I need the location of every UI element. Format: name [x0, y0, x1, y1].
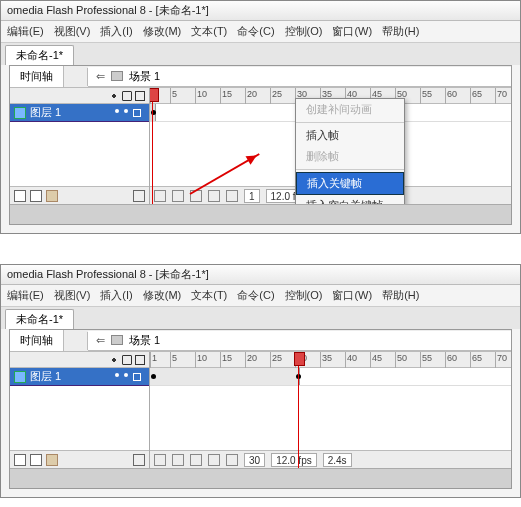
onion-skin-outline-icon[interactable]: [190, 454, 202, 466]
tab-blank[interactable]: [64, 332, 88, 350]
center-frame-icon[interactable]: [154, 454, 166, 466]
timeline-panel: 时间轴 ⇐ 场景 1 图层 1: [9, 65, 512, 225]
layer-blank-area: [10, 386, 149, 450]
tab-timeline[interactable]: 时间轴: [10, 66, 64, 87]
menu-edit[interactable]: 编辑(E): [7, 288, 44, 303]
menu-commands[interactable]: 命令(C): [237, 24, 274, 39]
menu-commands[interactable]: 命令(C): [237, 288, 274, 303]
menu-text[interactable]: 文本(T): [191, 24, 227, 39]
add-folder-icon[interactable]: [46, 190, 58, 202]
scene-label: 场景 1: [129, 69, 160, 84]
title-bar: omedia Flash Professional 8 - [未命名-1*]: [1, 265, 520, 285]
ruler-tick: 25: [270, 88, 282, 104]
frame-row[interactable]: [150, 368, 511, 386]
back-icon[interactable]: ⇐: [96, 70, 105, 83]
layer-header: [10, 88, 149, 104]
back-icon[interactable]: ⇐: [96, 334, 105, 347]
add-guide-layer-icon[interactable]: [30, 454, 42, 466]
menu-remove-frame[interactable]: 删除帧: [296, 146, 404, 167]
center-frame-icon[interactable]: [154, 190, 166, 202]
outline-icon[interactable]: [135, 355, 145, 365]
eye-icon[interactable]: [109, 355, 119, 365]
scene-label: 场景 1: [129, 333, 160, 348]
layer-lock-dot[interactable]: [124, 109, 128, 113]
menu-insert-frame[interactable]: 插入帧: [296, 125, 404, 146]
frame-span[interactable]: [150, 368, 300, 385]
menu-modify[interactable]: 修改(M): [143, 24, 182, 39]
ruler-tick: 5: [170, 352, 177, 368]
layer-visible-dot[interactable]: [115, 109, 119, 113]
layer-name: 图层 1: [30, 105, 61, 120]
menu-create-tween[interactable]: 创建补间动画: [296, 99, 404, 120]
menu-edit[interactable]: 编辑(E): [7, 24, 44, 39]
screenshot-2: omedia Flash Professional 8 - [未命名-1*] 编…: [0, 264, 521, 498]
modify-markers-icon[interactable]: [226, 454, 238, 466]
outline-icon[interactable]: [135, 91, 145, 101]
add-guide-layer-icon[interactable]: [30, 190, 42, 202]
fps-field[interactable]: 12.0 fps: [271, 453, 317, 467]
ruler-tick: 35: [320, 352, 332, 368]
timeline-status-bar: 30 12.0 fps 2.4s: [150, 450, 511, 468]
menu-control[interactable]: 控制(O): [285, 24, 323, 39]
tab-timeline[interactable]: 时间轴: [10, 330, 64, 351]
current-frame-field[interactable]: 30: [244, 453, 265, 467]
menu-view[interactable]: 视图(V): [54, 288, 91, 303]
layer-outline-box[interactable]: [133, 109, 141, 117]
elapsed-time-field: 2.4s: [323, 453, 352, 467]
menu-modify[interactable]: 修改(M): [143, 288, 182, 303]
layer-visible-dot[interactable]: [115, 373, 119, 377]
layer-outline-box[interactable]: [133, 373, 141, 381]
menu-help[interactable]: 帮助(H): [382, 288, 419, 303]
ruler-tick: 65: [470, 352, 482, 368]
layer-row[interactable]: 图层 1: [10, 368, 149, 386]
menu-help[interactable]: 帮助(H): [382, 24, 419, 39]
menu-insert[interactable]: 插入(I): [100, 24, 132, 39]
menu-control[interactable]: 控制(O): [285, 288, 323, 303]
current-frame-field[interactable]: 1: [244, 189, 260, 203]
playhead[interactable]: [152, 88, 153, 204]
ruler-tick: 65: [470, 88, 482, 104]
ruler-tick: 45: [370, 352, 382, 368]
frame-ruler[interactable]: 1 5 10 15 20 25 30 35 40 45 50 55 60 65 …: [150, 352, 511, 368]
edit-multiple-icon[interactable]: [208, 190, 220, 202]
panel-tabs: 时间轴 ⇐ 场景 1: [10, 66, 511, 88]
menu-insert[interactable]: 插入(I): [100, 288, 132, 303]
add-layer-icon[interactable]: [14, 190, 26, 202]
menu-insert-keyframe[interactable]: 插入关键帧: [296, 172, 404, 195]
layer-type-icon: [14, 371, 26, 383]
layer-blank-area: [10, 122, 149, 186]
layer-panel: 图层 1: [10, 88, 150, 204]
edit-multiple-icon[interactable]: [208, 454, 220, 466]
eye-icon[interactable]: [109, 91, 119, 101]
menu-text[interactable]: 文本(T): [191, 288, 227, 303]
modify-markers-icon[interactable]: [226, 190, 238, 202]
add-layer-icon[interactable]: [14, 454, 26, 466]
layer-row[interactable]: 图层 1: [10, 104, 149, 122]
lock-icon[interactable]: [122, 355, 132, 365]
menu-bar: 编辑(E) 视图(V) 插入(I) 修改(M) 文本(T) 命令(C) 控制(O…: [1, 285, 520, 307]
onion-skin-icon[interactable]: [172, 190, 184, 202]
trash-icon[interactable]: [133, 454, 145, 466]
menu-window[interactable]: 窗口(W): [332, 288, 372, 303]
playhead[interactable]: [298, 352, 299, 468]
ruler-tick: 20: [245, 352, 257, 368]
menu-insert-blank-keyframe[interactable]: 插入空白关键帧: [296, 195, 404, 204]
ruler-tick: 55: [420, 88, 432, 104]
layer-lock-dot[interactable]: [124, 373, 128, 377]
ruler-tick: 70: [495, 352, 507, 368]
menu-bar: 编辑(E) 视图(V) 插入(I) 修改(M) 文本(T) 命令(C) 控制(O…: [1, 21, 520, 43]
add-folder-icon[interactable]: [46, 454, 58, 466]
lock-icon[interactable]: [122, 91, 132, 101]
stage-gray-area: [10, 468, 511, 488]
tab-blank[interactable]: [64, 68, 88, 86]
menu-view[interactable]: 视图(V): [54, 24, 91, 39]
keyframe-icon: [151, 374, 156, 379]
trash-icon[interactable]: [133, 190, 145, 202]
menu-window[interactable]: 窗口(W): [332, 24, 372, 39]
onion-skin-icon[interactable]: [172, 454, 184, 466]
document-tab[interactable]: 未命名-1*: [5, 45, 74, 65]
stage-gray-area: [10, 204, 511, 224]
document-tab-strip: 未命名-1*: [1, 307, 520, 329]
document-tab[interactable]: 未命名-1*: [5, 309, 74, 329]
scene-bar: ⇐ 场景 1: [88, 331, 511, 351]
